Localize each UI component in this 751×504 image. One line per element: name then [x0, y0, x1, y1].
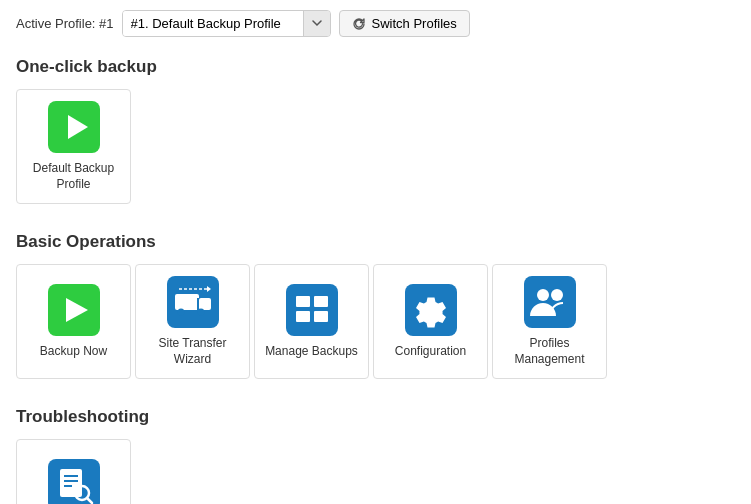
profiles-management-label: Profiles Management [501, 336, 598, 367]
basic-operations-grid: Backup Now Site Transfer Wizard [16, 264, 735, 383]
view-log-icon [48, 459, 100, 504]
card-site-transfer-wizard[interactable]: Site Transfer Wizard [135, 264, 250, 379]
default-backup-profile-label: Default Backup Profile [25, 161, 122, 192]
backup-now-label: Backup Now [40, 344, 107, 360]
manage-backups-label: Manage Backups [265, 344, 358, 360]
card-manage-backups[interactable]: Manage Backups [254, 264, 369, 379]
svg-rect-6 [199, 298, 211, 310]
site-transfer-wizard-icon [167, 276, 219, 328]
troubleshooting-grid: View Log [16, 439, 735, 504]
card-configuration[interactable]: Configuration [373, 264, 488, 379]
svg-point-20 [551, 289, 563, 301]
card-profiles-management[interactable]: Profiles Management [492, 264, 607, 379]
header-row: Active Profile: #1 #1. Default Backup Pr… [16, 10, 735, 37]
svg-rect-13 [296, 296, 310, 307]
configuration-label: Configuration [395, 344, 466, 360]
refresh-icon [352, 17, 366, 31]
svg-rect-16 [314, 311, 328, 322]
svg-rect-12 [286, 284, 338, 336]
profiles-management-icon [524, 276, 576, 328]
one-click-backup-section: One-click backup Default Backup Profile [16, 57, 735, 208]
svg-rect-15 [296, 311, 310, 322]
profile-select[interactable]: #1. Default Backup Profile [123, 11, 303, 36]
svg-rect-22 [60, 469, 82, 497]
backup-now-icon [48, 284, 100, 336]
manage-backups-icon [286, 284, 338, 336]
troubleshooting-heading: Troubleshooting [16, 407, 735, 427]
card-view-log[interactable]: View Log [16, 439, 131, 504]
configuration-icon [405, 284, 457, 336]
card-backup-now[interactable]: Backup Now [16, 264, 131, 379]
svg-rect-5 [175, 294, 199, 310]
one-click-backup-grid: Default Backup Profile [16, 89, 735, 208]
svg-rect-18 [524, 276, 576, 328]
default-backup-profile-icon [48, 101, 100, 153]
one-click-backup-heading: One-click backup [16, 57, 735, 77]
svg-rect-14 [314, 296, 328, 307]
switch-profiles-button[interactable]: Switch Profiles [339, 10, 470, 37]
basic-operations-heading: Basic Operations [16, 232, 735, 252]
troubleshooting-section: Troubleshooting View Log [16, 407, 735, 504]
profile-dropdown-button[interactable] [303, 11, 330, 36]
svg-point-19 [537, 289, 549, 301]
basic-operations-section: Basic Operations Backup Now [16, 232, 735, 383]
profile-select-wrapper: #1. Default Backup Profile [122, 10, 331, 37]
card-default-backup-profile[interactable]: Default Backup Profile [16, 89, 131, 204]
svg-point-7 [177, 308, 184, 315]
svg-rect-9 [197, 298, 199, 310]
active-profile-label: Active Profile: #1 [16, 16, 114, 31]
site-transfer-wizard-label: Site Transfer Wizard [144, 336, 241, 367]
chevron-down-icon [312, 20, 322, 27]
